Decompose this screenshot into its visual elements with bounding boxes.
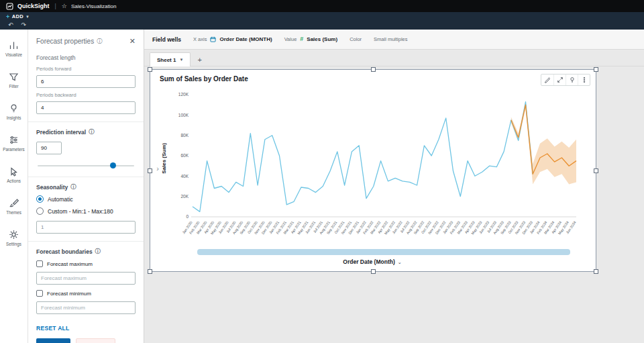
close-icon[interactable]: ✕ bbox=[129, 38, 136, 45]
chart-title: Sum of Sales by Order Date bbox=[160, 75, 590, 83]
analysis-name: Sales-Visualization bbox=[71, 3, 116, 9]
favorite-star-icon[interactable]: ☆ bbox=[62, 3, 67, 9]
date-range-scrollbar[interactable] bbox=[197, 249, 570, 255]
rail-item-filter[interactable]: Filter bbox=[0, 69, 28, 101]
info-icon[interactable]: ⓘ bbox=[97, 38, 102, 45]
small-multiples-well[interactable]: Small multiples bbox=[374, 36, 407, 42]
toolbar-row-history: ↶ ↷ bbox=[0, 21, 644, 30]
radio-icon bbox=[36, 207, 44, 215]
edit-toolbar: + ADD ▼ ↶ ↷ bbox=[0, 12, 644, 30]
selection-handle[interactable] bbox=[148, 67, 152, 72]
prediction-interval-input[interactable] bbox=[36, 142, 62, 154]
field-wells-title: Field wells bbox=[152, 36, 181, 43]
info-icon[interactable]: ⓘ bbox=[89, 128, 94, 136]
reset-all-button[interactable]: RESET ALL bbox=[36, 325, 70, 332]
undo-button[interactable]: ↶ bbox=[8, 22, 13, 28]
prediction-interval-heading: Prediction interval ⓘ bbox=[36, 128, 136, 136]
svg-text:60K: 60K bbox=[180, 153, 189, 158]
svg-text:0: 0 bbox=[186, 214, 189, 219]
info-icon[interactable]: ⓘ bbox=[95, 248, 101, 255]
edit-pencil-icon[interactable] bbox=[541, 75, 553, 85]
divider bbox=[28, 177, 144, 177]
add-sheet-button[interactable]: + bbox=[197, 56, 201, 64]
axis-collapse-chevron-icon[interactable]: › bbox=[154, 88, 161, 249]
rail-item-actions[interactable]: Actions bbox=[0, 164, 28, 195]
chevron-down-icon[interactable]: ⌄ bbox=[398, 260, 402, 264]
forecast-length-heading: Forecast length bbox=[36, 54, 136, 61]
checkbox-icon bbox=[36, 290, 43, 297]
radio-icon bbox=[36, 195, 44, 203]
periods-backward-label: Periods backward bbox=[36, 92, 136, 98]
selection-handle[interactable] bbox=[594, 67, 598, 72]
selection-handle[interactable] bbox=[594, 168, 598, 173]
apply-button[interactable]: APPLY bbox=[36, 338, 70, 343]
app-name[interactable]: QuickSight bbox=[17, 3, 50, 9]
periods-forward-label: Periods forward bbox=[36, 66, 136, 72]
selection-handle[interactable] bbox=[148, 168, 152, 173]
add-button[interactable]: + ADD ▼ bbox=[6, 13, 30, 20]
top-app-bar: QuickSight | ☆ Sales-Visualization bbox=[0, 0, 644, 12]
selection-handle[interactable] bbox=[594, 269, 598, 274]
rail-item-themes[interactable]: Themes bbox=[0, 195, 28, 227]
periods-backward-input[interactable] bbox=[36, 101, 136, 114]
forecast-maximum-input[interactable] bbox=[36, 272, 136, 285]
rail-item-parameters[interactable]: Parameters bbox=[0, 132, 28, 164]
seasonality-custom-radio[interactable]: Custom - Min:1 - Max:180 bbox=[36, 207, 136, 215]
seasonality-heading: Seasonality ⓘ bbox=[36, 183, 136, 191]
x-axis-well[interactable]: X axis Order Date (MONTH) bbox=[193, 36, 272, 42]
paintbrush-icon bbox=[9, 198, 19, 208]
tab-sheet-1[interactable]: Sheet 1 ▼ bbox=[150, 52, 191, 66]
insights-bulb-icon[interactable] bbox=[566, 75, 578, 85]
selection-handle[interactable] bbox=[371, 67, 376, 72]
seasonality-custom-input[interactable] bbox=[36, 221, 136, 234]
forecast-maximum-checkbox[interactable]: Forecast maximum bbox=[36, 260, 136, 267]
forecast-boundaries-heading: Forecast boundaries ⓘ bbox=[36, 248, 136, 255]
remove-button[interactable]: REMOVE bbox=[76, 338, 115, 343]
bar-chart-icon bbox=[9, 40, 19, 50]
maximize-icon[interactable] bbox=[553, 75, 566, 85]
x-axis-field[interactable]: Order Date (MONTH) bbox=[219, 36, 272, 42]
forecast-properties-panel: Forecast properties ⓘ ✕ Forecast length … bbox=[28, 30, 144, 343]
panel-title: Forecast properties bbox=[36, 38, 94, 45]
slider-track[interactable] bbox=[38, 165, 134, 166]
chevron-down-icon: ▼ bbox=[25, 15, 30, 19]
calendar-icon bbox=[210, 36, 216, 42]
lightbulb-icon bbox=[9, 103, 19, 113]
menu-kebab-icon[interactable] bbox=[578, 75, 590, 85]
info-icon[interactable]: ⓘ bbox=[70, 183, 76, 191]
svg-text:40K: 40K bbox=[180, 174, 189, 179]
chevron-down-icon[interactable]: ▼ bbox=[179, 58, 183, 62]
rail-item-visualize[interactable]: Visualize bbox=[0, 38, 28, 69]
line-chart-visual[interactable]: Sum of Sales by Order Date bbox=[150, 69, 596, 272]
topbar-divider: | bbox=[55, 3, 56, 9]
prediction-interval-slider-thumb[interactable] bbox=[110, 162, 116, 168]
sliders-icon bbox=[9, 135, 19, 145]
gear-icon bbox=[9, 230, 19, 240]
periods-forward-input[interactable] bbox=[36, 75, 136, 88]
rail-item-settings[interactable]: Settings bbox=[0, 227, 28, 258]
color-well[interactable]: Color bbox=[350, 36, 362, 42]
value-field[interactable]: Sales (Sum) bbox=[307, 36, 337, 42]
plus-icon: + bbox=[6, 13, 10, 20]
rail-item-insights[interactable]: Insights bbox=[0, 101, 28, 132]
chart-card: Sum of Sales by Order Date bbox=[150, 70, 596, 271]
selection-handle[interactable] bbox=[371, 269, 376, 274]
svg-text:120K: 120K bbox=[178, 92, 189, 97]
left-icon-rail: Visualize Filter Insights Parameters Act… bbox=[0, 30, 28, 343]
quicksight-logo-icon[interactable] bbox=[6, 3, 13, 10]
value-well[interactable]: Value # Sales (Sum) bbox=[284, 36, 337, 42]
toolbar-row-add: + ADD ▼ bbox=[0, 12, 644, 21]
main-content: Field wells X axis Order Date (MONTH) Va… bbox=[144, 30, 644, 343]
forecast-minimum-checkbox[interactable]: Forecast minimum bbox=[36, 290, 136, 297]
sales-line-chart[interactable]: 020K40K60K80K100K120KJan 2020Feb 2020Mar… bbox=[167, 88, 583, 249]
forecast-minimum-input[interactable] bbox=[36, 301, 136, 314]
svg-text:80K: 80K bbox=[180, 133, 189, 138]
field-wells-bar[interactable]: Field wells X axis Order Date (MONTH) Va… bbox=[144, 30, 644, 50]
selection-handle[interactable] bbox=[148, 269, 152, 274]
prediction-interval-slider[interactable] bbox=[38, 162, 134, 169]
visual-mini-toolbar bbox=[541, 74, 590, 86]
funnel-icon bbox=[9, 72, 19, 82]
redo-button[interactable]: ↷ bbox=[21, 22, 27, 28]
divider bbox=[28, 121, 144, 122]
seasonality-automatic-radio[interactable]: Automatic bbox=[36, 195, 136, 203]
